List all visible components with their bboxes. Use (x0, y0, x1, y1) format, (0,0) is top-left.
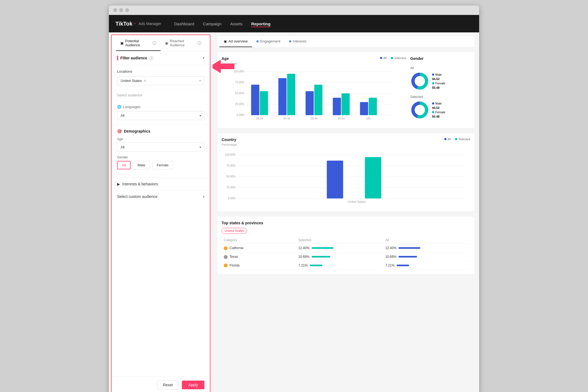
apply-button[interactable]: Apply (182, 381, 204, 389)
reset-button[interactable]: Reset (157, 380, 179, 390)
state-florida: Florida (222, 261, 296, 270)
legend-selected-dot-icon (391, 57, 393, 59)
age-dropdown[interactable]: All (117, 143, 204, 152)
california-icon (224, 246, 228, 250)
svg-text:0.00%: 0.00% (228, 197, 235, 200)
selected-female-label: Female (435, 111, 445, 114)
florida-selected-pct: 7.21% (298, 264, 308, 267)
florida-icon (224, 264, 228, 267)
svg-rect-15 (287, 74, 295, 115)
location-selector[interactable]: United States ✕ ▾ (117, 76, 204, 85)
globe-icon: 🌐 (117, 105, 121, 109)
table-row: Texas 10.68% 10.68% (222, 252, 470, 261)
female-label: Female (435, 82, 445, 85)
gender-all-button[interactable]: All (117, 161, 131, 169)
florida-all-pct: 7.21% (385, 264, 394, 267)
age-field-group: Age All (117, 137, 204, 152)
california-selected-pct: 12.40% (298, 246, 310, 250)
age-dropdown-wrapper: All (117, 143, 204, 152)
location-remove-icon[interactable]: ✕ (143, 79, 146, 83)
selected-female-dot-icon (432, 111, 434, 113)
languages-dropdown[interactable]: All (117, 111, 204, 120)
florida-name: Florida (229, 264, 240, 267)
texas-name: Texas (229, 255, 238, 259)
california-name: California (229, 246, 243, 250)
arrow-indicator (213, 60, 234, 74)
california-all-pct: 12.40% (385, 246, 396, 250)
logo-tiktok: TikTok (115, 21, 133, 27)
svg-rect-11 (251, 85, 259, 115)
svg-text:18-24: 18-24 (256, 117, 263, 120)
interests-header[interactable]: ▶ Interests & behaviors (117, 182, 204, 186)
browser-chrome (109, 5, 479, 15)
logo: TikTok· Ads Manager (115, 20, 161, 27)
state-california: California (222, 244, 296, 253)
engagement-dot-icon (256, 40, 259, 42)
svg-text:75.00%: 75.00% (226, 164, 236, 167)
filter-audience-label: Filter audience (120, 56, 147, 60)
male-dot-icon (432, 74, 434, 76)
custom-audience-section[interactable]: Select custom audience › (112, 190, 210, 203)
potential-audience-info-icon[interactable]: i (153, 41, 156, 45)
interests-label: Interests & behaviors (122, 182, 158, 186)
country-selected-dot-icon (455, 138, 457, 140)
states-title: Top states & provinces (222, 221, 470, 225)
california-selected: 12.40% (296, 244, 383, 253)
languages-dropdown-wrapper: All (117, 111, 204, 120)
donut-selected-labels: Male 44.52 Female 55.48 (432, 102, 445, 118)
florida-all-progress (397, 265, 409, 266)
texas-selected-bar: 10.68% (298, 255, 381, 259)
age-value: All (121, 145, 124, 149)
nav-campaign[interactable]: Campaign (203, 20, 221, 27)
nav-dashboard[interactable]: Dashboard (174, 20, 194, 27)
filter-section: Filter audience i ▾ (112, 51, 210, 65)
gender-male-button[interactable]: Male (133, 161, 150, 169)
age-gender-chart-section: Age Percentage All Selected (217, 52, 475, 128)
legend-selected: Selected (391, 56, 406, 60)
male-label: Male (435, 73, 442, 76)
country-chart-title: Country (222, 137, 237, 142)
texas-selected: 10.68% (296, 252, 383, 261)
col-header-selected: Selected (296, 237, 383, 244)
donut-selected-male-item: Male (432, 102, 445, 105)
tab-potential-audience[interactable]: ▣ Potential Audience i (116, 35, 161, 51)
texas-all: 10.68% (383, 252, 470, 261)
reached-audience-info-icon[interactable]: i (198, 41, 201, 45)
california-all: 12.40% (383, 244, 470, 253)
tab-engagement[interactable]: Engagement (252, 36, 285, 47)
tab-ad-overview[interactable]: ▣ Ad overview (219, 36, 252, 47)
florida-all-bar: 7.21% (385, 264, 468, 267)
tab-interests[interactable]: Interests (285, 36, 311, 47)
nav-reporting[interactable]: Reporting (251, 20, 271, 27)
svg-text:25.00%: 25.00% (226, 186, 236, 189)
country-bar-chart-svg: 100.00% 75.00% 50.00% 25.00% 0.00% Unite… (222, 152, 470, 206)
donut-female-item: Female (432, 82, 445, 85)
reached-audience-label: Reached Audience (170, 39, 196, 47)
gender-selected-label: Selected (410, 95, 470, 99)
svg-text:0.00%: 0.00% (237, 114, 244, 117)
gender-female-button[interactable]: Female (152, 161, 173, 169)
selected-male-pct: 44.52 (432, 106, 445, 109)
svg-text:50.00%: 50.00% (235, 92, 244, 95)
custom-audience-chevron-icon: › (203, 194, 204, 199)
svg-text:≥55: ≥55 (366, 117, 371, 120)
texas-all-progress (399, 256, 417, 258)
nav-assets[interactable]: Assets (230, 20, 243, 27)
tab-reached-audience[interactable]: ▣ Reached Audience i (161, 35, 206, 51)
texas-selected-pct: 10.68% (298, 255, 310, 259)
svg-marker-0 (213, 60, 234, 73)
demographics-header: 🎯 Demographics (117, 129, 204, 133)
engagement-label: Engagement (260, 39, 280, 43)
age-chart-legend: All Selected (380, 56, 406, 60)
country-all-dot-icon (444, 138, 446, 140)
states-table: Category Selected All California (222, 237, 470, 270)
states-table-header: Category Selected All (222, 237, 470, 244)
state-filter-tag[interactable]: United States (222, 228, 247, 234)
languages-label: 🌐 Languages (117, 105, 204, 109)
col-header-all: All (383, 237, 470, 244)
country-legend-selected: Selected (455, 137, 470, 141)
filter-header[interactable]: Filter audience i ▾ (117, 56, 204, 60)
filter-info-icon[interactable]: i (149, 56, 153, 60)
svg-text:45-54: 45-54 (338, 117, 345, 120)
col-header-category: Category (222, 237, 296, 244)
